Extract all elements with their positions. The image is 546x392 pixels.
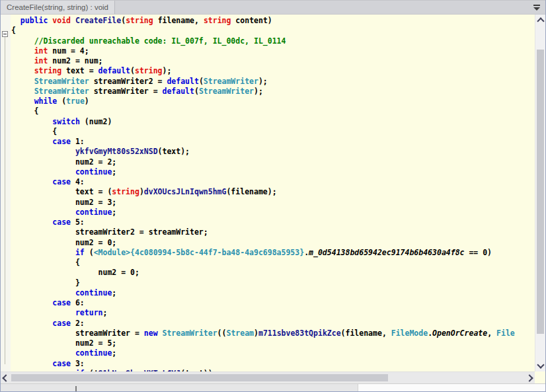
code-line: {: [11, 106, 536, 116]
code-token: (: [194, 87, 199, 96]
code-token: text = (: [11, 187, 112, 196]
code-token: [11, 319, 52, 328]
code-line: case 6:: [11, 298, 536, 308]
code-token: continue: [75, 288, 112, 297]
code-token: continue: [75, 348, 112, 358]
code-token: num2 = num;: [48, 56, 102, 65]
code-token: (num2): [80, 117, 112, 126]
code-line: continue;: [11, 167, 536, 177]
code-token: ykfvGmyMt80s52xNSD: [75, 147, 158, 156]
scroll-left-arrow-icon[interactable]: [1, 372, 11, 384]
scroll-right-arrow-icon[interactable]: [524, 372, 535, 384]
code-token: StreamWriter: [34, 87, 89, 96]
code-token: content): [231, 16, 272, 25]
code-token: int: [34, 56, 48, 65]
code-line: streamWriter = new StreamWriter((Stream)…: [11, 329, 536, 338]
code-line: }: [11, 278, 536, 288]
code-token: [11, 66, 34, 75]
code-token: OpenOrCreate: [432, 329, 487, 338]
code-token: ;: [102, 308, 107, 317]
code-token: 2:: [71, 319, 85, 328]
code-line: int num = 4;: [11, 46, 536, 56]
code-token: string: [204, 16, 231, 25]
code-token: //Discarded unreachable code: IL_007f, I…: [34, 36, 286, 46]
fold-guide-line: [5, 36, 5, 364]
code-token: [11, 36, 34, 46]
code-line: if (<Module>{4c080994-5b8c-44f7-ba48-4a9…: [11, 248, 536, 258]
code-line: {: [11, 127, 536, 137]
code-token: string: [126, 16, 153, 25]
code-line: case 2:: [11, 319, 536, 329]
vertical-scrollbar[interactable]: [535, 15, 545, 372]
tab-title: CreateFile(string, string) : void: [7, 3, 108, 11]
code-token: StreamWriter: [163, 329, 217, 338]
window-list-dropdown-icon[interactable]: [533, 5, 541, 11]
code-token: [11, 177, 52, 186]
code-token: ;: [112, 288, 116, 297]
code-token: default: [98, 66, 130, 75]
code-line: StreamWriter streamWriter2 = default(Str…: [11, 77, 536, 87]
code-token: streamWriter2 =: [89, 77, 167, 86]
code-token: case: [52, 298, 71, 307]
code-line: num2 = 5;: [11, 338, 536, 348]
fold-gutter: [1, 15, 11, 372]
code-token: [11, 97, 34, 106]
code-token: continue: [75, 167, 112, 176]
code-line: while (true): [11, 97, 536, 106]
code-token: num2 = 0;: [11, 238, 116, 247]
code-token: [11, 217, 52, 227]
code-line: public void CreateFile(string filename, …: [11, 16, 536, 26]
code-token: [11, 298, 52, 307]
code-token: if: [75, 248, 85, 257]
code-token: case: [52, 359, 71, 368]
code-token: ): [139, 187, 144, 196]
code-token: new: [144, 329, 158, 338]
code-token: public: [20, 16, 48, 25]
code-token: ;: [112, 167, 116, 176]
code-line: continue;: [11, 208, 536, 217]
collapse-toggle-icon[interactable]: [2, 31, 8, 37]
code-token: (text);: [158, 147, 190, 156]
code-token: 6:: [71, 298, 85, 307]
bottom-strip: [1, 383, 545, 392]
code-token: while: [34, 97, 58, 106]
code-token: [11, 208, 75, 217]
code-line: //Discarded unreachable code: IL_007f, I…: [11, 36, 536, 46]
code-token: string: [112, 187, 139, 196]
code-token: streamWriter2 = streamWriter;: [11, 227, 208, 237]
scroll-up-arrow-icon[interactable]: [535, 16, 546, 26]
code-line: streamWriter2 = streamWriter;: [11, 227, 536, 237]
scroll-down-arrow-icon[interactable]: [535, 360, 546, 370]
code-token: [11, 56, 34, 65]
code-token: (filename);: [226, 187, 276, 196]
code-line: {: [11, 26, 536, 36]
code-token: ): [85, 97, 89, 106]
code-token: 3:: [71, 359, 85, 368]
code-token: (: [130, 66, 135, 75]
code-token: ,: [487, 329, 496, 338]
code-token: [158, 329, 163, 338]
code-token: [11, 16, 20, 25]
horizontal-scrollbar[interactable]: [1, 372, 536, 383]
horizontal-scrollbar-thumb[interactable]: [11, 374, 388, 381]
code-token: );: [163, 66, 172, 75]
code-token: switch: [52, 117, 80, 126]
code-line: StreamWriter streamWriter = default(Stre…: [11, 87, 536, 97]
window-list-bar: [533, 5, 540, 6]
code-token: m711sbve83tQpikZce: [258, 329, 341, 338]
code-token: num2 = 3;: [11, 198, 116, 207]
vertical-scrollbar-thumb[interactable]: [537, 50, 544, 334]
code-editor[interactable]: public void CreateFile(string filename, …: [11, 15, 536, 373]
code-token: filename,: [153, 16, 204, 25]
code-token: [11, 308, 75, 317]
code-token: 1:: [71, 137, 85, 146]
code-token: StreamWriter: [34, 77, 89, 86]
code-token: CreateFile: [75, 16, 121, 25]
code-token: [11, 147, 75, 156]
scrollbar-corner: [535, 372, 545, 383]
tab-createfile[interactable]: CreateFile(string, string) : void: [1, 1, 115, 14]
code-line: string text = default(string);: [11, 66, 536, 76]
code-token: (filename,: [341, 329, 391, 338]
code-token: num2 = 5;: [11, 338, 116, 348]
code-line: return;: [11, 308, 536, 318]
